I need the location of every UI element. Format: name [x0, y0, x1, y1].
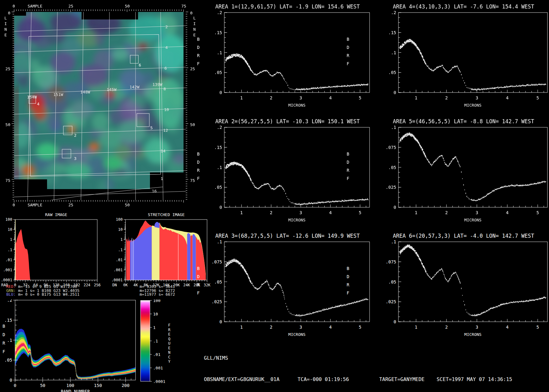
- x-tick-label: 1: [240, 210, 243, 215]
- x-tick-label: 4: [329, 210, 332, 215]
- label: 25: [68, 4, 73, 8]
- frequency-axis-letter: E: [168, 346, 170, 350]
- x-tick-label: 5: [536, 210, 539, 215]
- observation-metadata-block: GLL/NIMS OBSNAME/EXT=G8GNURUK__01A TCA=-…: [204, 341, 512, 392]
- histogram-band: [155, 222, 160, 228]
- x-axis-label: MICRONS: [464, 332, 482, 337]
- x-tick-label: 2: [445, 210, 448, 215]
- bdrf-axis-letter: R: [197, 53, 200, 58]
- channel-stats-line: m=11977 s= 6672: [140, 292, 175, 297]
- y-tick-label: .025: [386, 299, 396, 304]
- frequency-axis-letter: C: [168, 355, 170, 359]
- y-tick-label: .001: [114, 268, 123, 272]
- histogram-band: [152, 224, 160, 280]
- y-tick-label: 0: [220, 90, 222, 95]
- bdrf-axis-letter: D: [197, 45, 200, 50]
- bdrf-axis-letter: R: [347, 168, 349, 173]
- line-axis-letter: E: [4, 33, 7, 37]
- frequency-axis-letter: U: [168, 341, 170, 346]
- x-tick-label: 4: [506, 210, 509, 215]
- plot-frame: [398, 242, 547, 322]
- ganymede-map-panel: 164523154W151W148W145W142W139W2468101214…: [0, 0, 204, 211]
- y-tick-label: .075: [386, 259, 396, 264]
- y-tick-label: .1: [7, 338, 12, 343]
- x-tick-label: 200: [122, 383, 130, 388]
- x-axis-label: MICRONS: [288, 218, 306, 222]
- y-tick-label: .0001: [1, 278, 12, 282]
- bdrf-axis-letter: B: [197, 151, 200, 156]
- longitude-label: 154W: [27, 95, 37, 99]
- colorbar-tick-label: .1: [153, 339, 158, 343]
- line-axis-letter: N: [4, 27, 7, 32]
- y-tick-label: 0: [394, 90, 396, 95]
- latitude-label: 4: [165, 45, 168, 50]
- label: SAMPLE: [28, 4, 42, 8]
- x-tick-label: 100: [66, 383, 74, 388]
- y-tick-label: .075: [386, 145, 396, 150]
- bdrf-axis-letter: F: [347, 176, 349, 181]
- raw-histogram-svg: RAW IMAGE100101.1.01.001.000103264961281…: [0, 212, 108, 299]
- area-spectrum-panel-4: AREA 4=(43,10,3,3) LAT= -7.6 LON= 154.4 …: [339, 0, 549, 114]
- x-axis-label: DN: [112, 283, 117, 287]
- x-axis-label: MICRONS: [288, 332, 306, 337]
- colorbar-tick-label: 1: [153, 325, 156, 330]
- area-plot-title: AREA 6=(20,57,3,3) LAT= -4.0 LON= 142.7 …: [393, 233, 534, 239]
- x-tick-label: 150: [94, 383, 102, 388]
- label: 50: [125, 4, 130, 8]
- bdrf-axis-letter: R: [197, 168, 200, 173]
- bdrf-axis-letter: R: [197, 282, 200, 287]
- x-axis-label: BAND NUMBER: [61, 389, 90, 392]
- frequency-axis-letter: F: [168, 323, 170, 327]
- bdrf-axis-letter: B: [3, 324, 5, 329]
- x-tick-label: 4: [329, 95, 332, 100]
- y-tick-label: .05: [388, 70, 396, 75]
- y-tick-label: .1: [217, 50, 222, 55]
- y-tick-label: .001: [3, 268, 12, 272]
- y-tick-label: 0: [220, 205, 222, 210]
- label: 50: [125, 203, 130, 207]
- x-tick-label: 256: [94, 283, 101, 287]
- bdrf-axis-letter: F: [197, 61, 200, 66]
- x-tick-label: 1: [240, 95, 243, 100]
- y-tick-label: .15: [214, 30, 222, 35]
- latitude-label: 12: [163, 128, 168, 133]
- x-tick-label: 1: [415, 95, 417, 100]
- x-tick-label: 2: [270, 210, 272, 215]
- area-plot-title: AREA 2=(56,27,5,5) LAT= -10.3 LON= 150.1…: [215, 118, 360, 124]
- histogram-band: [130, 227, 152, 280]
- y-tick-label: 1: [10, 237, 12, 242]
- y-tick-label: .05: [388, 165, 396, 170]
- bdrf-axis-letter: F: [197, 176, 200, 181]
- frequency-axis-letter: N: [168, 350, 170, 355]
- bdrf-axis-letter: D: [347, 274, 349, 279]
- latitude-label: 6: [164, 66, 167, 71]
- y-tick-label: .01: [116, 258, 123, 262]
- y-tick-label: .1: [217, 165, 222, 170]
- x-tick-label: 2: [270, 95, 272, 100]
- label: 25: [68, 203, 73, 207]
- latitude-label: 2: [165, 24, 168, 29]
- x-tick-label: 3: [300, 325, 302, 330]
- area-plot-title: AREA 5=(46,56,5,5) LAT= -8.8 LON= 142.7 …: [393, 118, 534, 124]
- y-tick-label: 0: [394, 319, 396, 324]
- colorbar-tick-label: .0001: [153, 379, 165, 384]
- x-tick-label: 3: [300, 95, 302, 100]
- metadata-line: GLL/NIMS: [204, 355, 512, 362]
- area-spectrum-panel-6: AREA 6=(20,57,3,3) LAT= -4.0 LON= 142.7 …: [339, 229, 549, 343]
- bdrf-axis-letter: D: [3, 332, 5, 337]
- y-tick-label: .05: [214, 279, 222, 284]
- colorbar-tick-label: .01: [153, 352, 160, 357]
- bdrf-axis-letter: B: [197, 266, 200, 271]
- longitude-label: 139W: [152, 82, 162, 87]
- y-tick-label: .1: [118, 248, 123, 252]
- y-tick-label: .2: [7, 299, 12, 303]
- frequency-ribbon-layer: [15, 334, 136, 379]
- area-spectrum-svg: AREA 5=(46,56,5,5) LAT= -8.8 LON= 142.7 …: [339, 115, 549, 228]
- latitude-label: 16: [152, 189, 157, 193]
- bdrf-axis-letter: B: [197, 37, 200, 42]
- x-tick-label: 4: [506, 95, 509, 100]
- plot-frame: [15, 300, 136, 380]
- frequency-ribbon-layer: [15, 337, 136, 379]
- y-tick-label: 10: [8, 227, 12, 232]
- y-tick-label: 10: [118, 227, 123, 232]
